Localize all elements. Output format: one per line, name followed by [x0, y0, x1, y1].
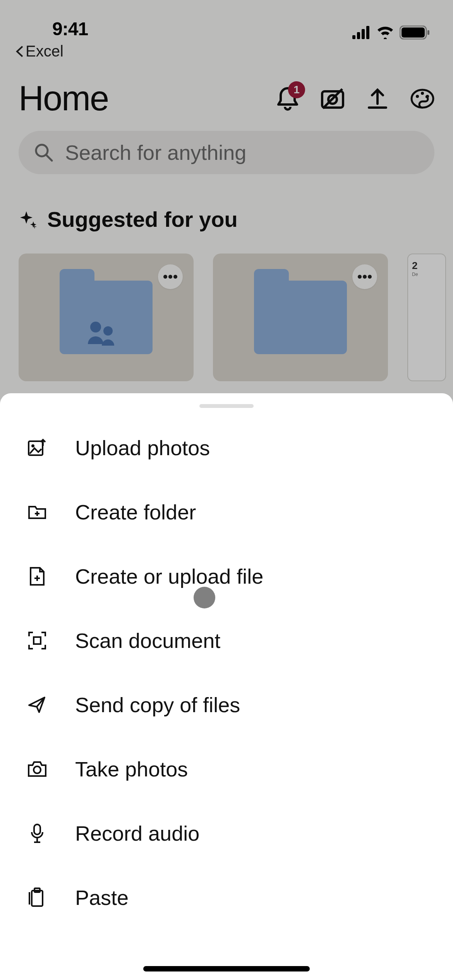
status-indicators — [352, 26, 434, 39]
paste-item[interactable]: Paste — [27, 865, 426, 930]
back-to-app[interactable]: Excel — [0, 43, 453, 60]
palette-button[interactable] — [410, 87, 434, 111]
app-header: Home 1 — [0, 60, 453, 131]
svg-text:+: + — [33, 223, 37, 229]
svg-point-19 — [163, 275, 167, 279]
file-plus-icon — [29, 566, 45, 586]
folder-plus-icon — [27, 504, 47, 521]
shared-folder-icon — [60, 281, 153, 354]
send-copy-item[interactable]: Send copy of files — [27, 673, 426, 737]
back-app-label: Excel — [26, 43, 63, 60]
svg-point-26 — [31, 444, 34, 447]
cellular-icon — [352, 26, 371, 39]
take-photos-item[interactable]: Take photos — [27, 737, 426, 801]
svg-point-11 — [416, 95, 419, 98]
touch-indicator — [194, 587, 215, 608]
svg-line-15 — [46, 155, 52, 161]
svg-rect-31 — [34, 637, 41, 644]
home-indicator[interactable] — [143, 966, 310, 971]
chevron-left-icon — [15, 46, 24, 57]
action-label: Scan document — [75, 629, 220, 653]
status-bar: 9:41 — [0, 0, 453, 43]
action-label: Create or upload file — [75, 564, 263, 588]
photo-upload-icon — [27, 438, 47, 457]
svg-point-21 — [173, 275, 177, 279]
notification-badge: 1 — [288, 81, 305, 98]
svg-point-18 — [103, 326, 113, 336]
microphone-icon — [29, 823, 45, 844]
svg-point-12 — [421, 92, 424, 95]
svg-point-23 — [363, 275, 367, 279]
battery-icon — [400, 26, 430, 39]
card-menu-button[interactable] — [352, 264, 377, 289]
sparkle-icon: + — [19, 210, 38, 229]
card-menu-button[interactable] — [158, 264, 183, 289]
section-title: Suggested for you — [47, 207, 238, 232]
camera-slash-icon — [321, 87, 345, 110]
suggested-section: + Suggested for you Mobile Uploads — [0, 174, 453, 415]
action-label: Send copy of files — [75, 693, 240, 717]
svg-rect-33 — [34, 824, 40, 834]
action-label: Upload photos — [75, 436, 210, 460]
scan-document-item[interactable]: Scan document — [27, 608, 426, 673]
action-label: Paste — [75, 886, 129, 910]
create-upload-file-item[interactable]: Create or upload file — [27, 544, 426, 608]
svg-rect-5 — [402, 27, 425, 38]
suggested-card[interactable]: 2 De 20 — [407, 254, 434, 415]
svg-point-22 — [358, 275, 362, 279]
clipboard-icon — [29, 887, 46, 908]
more-icon — [163, 274, 178, 279]
create-bottom-sheet: Upload photos Create folder Create or up… — [0, 393, 453, 980]
record-audio-item[interactable]: Record audio — [27, 801, 426, 865]
palette-icon — [410, 89, 434, 109]
more-icon — [357, 274, 372, 279]
action-label: Take photos — [75, 757, 188, 781]
action-label: Create folder — [75, 500, 196, 524]
page-title: Home — [19, 79, 108, 118]
svg-point-24 — [368, 275, 372, 279]
upload-icon — [367, 87, 388, 110]
sheet-handle[interactable] — [199, 404, 254, 408]
notifications-button[interactable]: 1 — [276, 87, 300, 111]
svg-point-17 — [90, 322, 101, 332]
folder-icon — [254, 281, 347, 354]
suggested-card[interactable]: marketing — [213, 254, 388, 415]
svg-rect-2 — [362, 29, 365, 39]
svg-rect-3 — [366, 26, 369, 39]
wifi-icon — [376, 26, 394, 39]
svg-rect-0 — [352, 35, 355, 39]
create-folder-item[interactable]: Create folder — [27, 480, 426, 544]
scan-icon — [27, 631, 47, 650]
svg-rect-6 — [427, 30, 429, 35]
svg-point-32 — [34, 766, 41, 773]
upload-button[interactable] — [365, 87, 390, 111]
upload-photos-item[interactable]: Upload photos — [27, 416, 426, 480]
svg-rect-1 — [357, 32, 360, 39]
suggested-card[interactable]: Mobile Uploads — [19, 254, 194, 415]
header-actions: 1 — [276, 87, 434, 111]
status-time: 9:41 — [52, 18, 88, 39]
send-icon — [27, 695, 47, 714]
camera-off-button[interactable] — [321, 87, 345, 111]
action-label: Record audio — [75, 821, 199, 845]
search-placeholder: Search for anything — [65, 140, 246, 164]
search-input[interactable]: Search for anything — [19, 131, 434, 174]
svg-point-20 — [168, 275, 172, 279]
search-icon — [34, 143, 53, 162]
camera-icon — [27, 761, 47, 778]
